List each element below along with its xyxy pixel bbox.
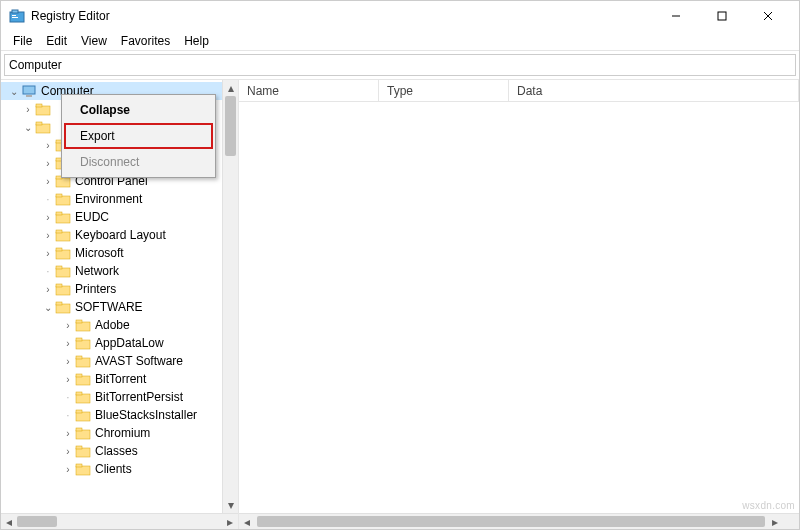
tree-node-avast[interactable]: › AVAST Software xyxy=(1,352,222,370)
scroll-left-icon[interactable]: ◂ xyxy=(1,515,17,529)
tree-node-keyboard-layout[interactable]: › Keyboard Layout xyxy=(1,226,222,244)
tree-node-environment[interactable]: · Environment xyxy=(1,190,222,208)
context-menu-export[interactable]: Export xyxy=(64,123,213,149)
folder-icon xyxy=(75,317,91,333)
chevron-right-icon[interactable]: › xyxy=(41,248,55,259)
svg-rect-20 xyxy=(56,196,70,205)
tree-node-adobe[interactable]: › Adobe xyxy=(1,316,222,334)
tree-node-chromium[interactable]: › Chromium xyxy=(1,424,222,442)
content-area: ⌄ Computer › ⌄ xyxy=(1,79,799,529)
column-header-type[interactable]: Type xyxy=(379,80,509,101)
chevron-right-icon[interactable]: › xyxy=(41,284,55,295)
scroll-track[interactable] xyxy=(223,96,238,497)
scroll-track[interactable] xyxy=(17,514,222,529)
tree-node-eudc[interactable]: › EUDC xyxy=(1,208,222,226)
svg-rect-35 xyxy=(76,320,82,323)
scroll-thumb[interactable] xyxy=(17,516,57,527)
svg-rect-29 xyxy=(56,266,62,269)
list-pane: Name Type Data ◂ ▸ xyxy=(239,80,799,529)
chevron-right-icon[interactable]: › xyxy=(41,212,55,223)
menubar: File Edit View Favorites Help xyxy=(1,31,799,51)
folder-icon xyxy=(75,425,91,441)
minimize-button[interactable] xyxy=(653,1,699,31)
tree-node-clients[interactable]: › Clients xyxy=(1,460,222,478)
menu-view[interactable]: View xyxy=(75,32,113,50)
chevron-right-icon[interactable]: › xyxy=(61,338,75,349)
tree-leaf-icon: · xyxy=(61,392,75,403)
chevron-down-icon[interactable]: ⌄ xyxy=(21,122,35,133)
svg-rect-1 xyxy=(12,10,18,13)
chevron-right-icon[interactable]: › xyxy=(61,356,75,367)
svg-rect-5 xyxy=(718,12,726,20)
folder-icon xyxy=(75,353,91,369)
scroll-up-icon[interactable]: ▴ xyxy=(223,80,238,96)
svg-rect-33 xyxy=(56,302,62,305)
chevron-right-icon[interactable]: › xyxy=(41,176,55,187)
context-menu-collapse[interactable]: Collapse xyxy=(64,97,213,123)
list-header: Name Type Data xyxy=(239,80,799,102)
tree-vertical-scrollbar[interactable]: ▴ ▾ xyxy=(222,80,238,513)
scroll-thumb[interactable] xyxy=(257,516,765,527)
chevron-right-icon[interactable]: › xyxy=(61,320,75,331)
scroll-left-icon[interactable]: ◂ xyxy=(239,515,255,529)
folder-icon xyxy=(75,407,91,423)
chevron-right-icon[interactable]: › xyxy=(61,446,75,457)
chevron-down-icon[interactable]: ⌄ xyxy=(41,302,55,313)
chevron-right-icon[interactable]: › xyxy=(61,374,75,385)
chevron-right-icon[interactable]: › xyxy=(41,230,55,241)
chevron-right-icon[interactable]: › xyxy=(61,464,75,475)
close-button[interactable] xyxy=(745,1,791,31)
menu-edit[interactable]: Edit xyxy=(40,32,73,50)
svg-rect-42 xyxy=(76,394,90,403)
address-bar[interactable]: Computer xyxy=(4,54,796,76)
chevron-right-icon[interactable]: › xyxy=(41,140,55,151)
svg-rect-32 xyxy=(56,304,70,313)
tree-node-microsoft[interactable]: › Microsoft xyxy=(1,244,222,262)
tree-leaf-icon: · xyxy=(41,194,55,205)
svg-rect-46 xyxy=(76,430,90,439)
tree-horizontal-scrollbar[interactable]: ◂ ▸ xyxy=(1,513,238,529)
tree-node-network[interactable]: · Network xyxy=(1,262,222,280)
tree-node-printers[interactable]: › Printers xyxy=(1,280,222,298)
tree-node-software[interactable]: ⌄ SOFTWARE xyxy=(1,298,222,316)
svg-rect-37 xyxy=(76,338,82,341)
svg-rect-12 xyxy=(36,124,50,133)
svg-rect-18 xyxy=(56,178,70,187)
scroll-right-icon[interactable]: ▸ xyxy=(222,515,238,529)
chevron-right-icon[interactable]: › xyxy=(61,428,75,439)
list-horizontal-scrollbar[interactable]: ◂ ▸ xyxy=(239,513,799,529)
svg-rect-41 xyxy=(76,374,82,377)
scroll-track[interactable] xyxy=(255,514,767,529)
tree-node-bittorrentpersist[interactable]: · BitTorrentPersist xyxy=(1,388,222,406)
svg-rect-43 xyxy=(76,392,82,395)
tree-node-label: Chromium xyxy=(95,426,150,440)
tree-node-classes[interactable]: › Classes xyxy=(1,442,222,460)
menu-favorites[interactable]: Favorites xyxy=(115,32,176,50)
svg-rect-40 xyxy=(76,376,90,385)
chevron-right-icon[interactable]: › xyxy=(21,104,35,115)
tree-node-bluestacks[interactable]: · BlueStacksInstaller xyxy=(1,406,222,424)
column-header-data[interactable]: Data xyxy=(509,80,799,101)
svg-rect-8 xyxy=(23,86,35,94)
tree-node-bittorrent[interactable]: › BitTorrent xyxy=(1,370,222,388)
menu-help[interactable]: Help xyxy=(178,32,215,50)
list-body[interactable] xyxy=(239,102,799,513)
chevron-down-icon[interactable]: ⌄ xyxy=(7,86,21,97)
svg-rect-22 xyxy=(56,214,70,223)
svg-rect-9 xyxy=(26,95,32,97)
svg-rect-48 xyxy=(76,448,90,457)
tree-node-label: AppDataLow xyxy=(95,336,164,350)
watermark: wsxdn.com xyxy=(742,500,795,511)
tree-node-appdatalow[interactable]: › AppDataLow xyxy=(1,334,222,352)
menu-file[interactable]: File xyxy=(7,32,38,50)
scroll-right-icon[interactable]: ▸ xyxy=(767,515,783,529)
tree-view[interactable]: ⌄ Computer › ⌄ xyxy=(1,80,222,513)
svg-rect-2 xyxy=(12,15,16,16)
svg-rect-26 xyxy=(56,250,70,259)
chevron-right-icon[interactable]: › xyxy=(41,158,55,169)
scroll-thumb[interactable] xyxy=(225,96,236,156)
column-header-name[interactable]: Name xyxy=(239,80,379,101)
tree-node-label: SOFTWARE xyxy=(75,300,143,314)
scroll-down-icon[interactable]: ▾ xyxy=(223,497,238,513)
maximize-button[interactable] xyxy=(699,1,745,31)
